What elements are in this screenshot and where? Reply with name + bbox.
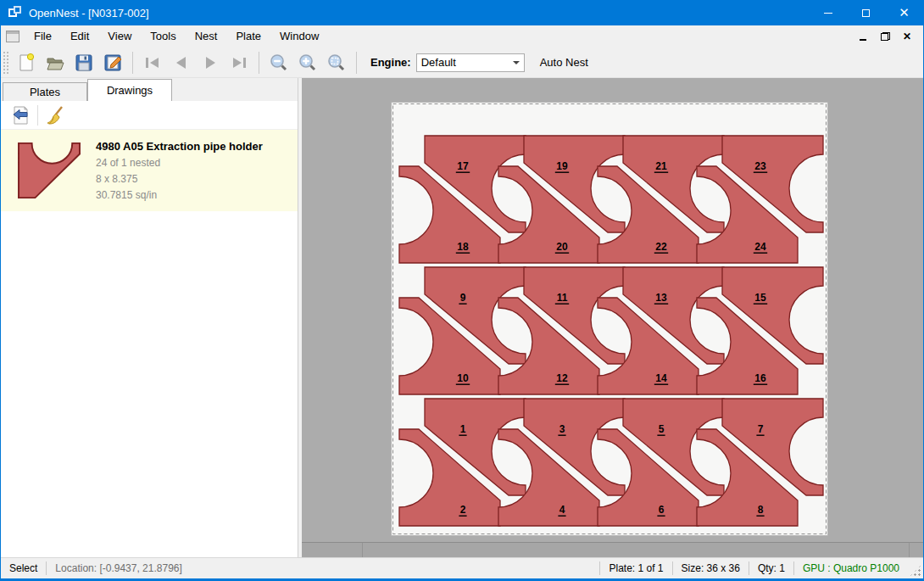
go-last-icon	[230, 53, 248, 72]
part-number: 21	[655, 160, 667, 172]
engine-selected-value: Default	[417, 56, 509, 69]
engine-select[interactable]: Default	[416, 53, 525, 72]
clean-icon	[45, 105, 65, 126]
part-number: 11	[557, 292, 568, 304]
menu-view[interactable]: View	[98, 25, 141, 47]
horizontal-scrollbar[interactable]	[302, 542, 923, 557]
zoom-in-button[interactable]	[295, 50, 320, 75]
title-bar: OpenNest - [N0317-002] ✕	[1, 0, 923, 25]
mdi-minimize-button[interactable]	[854, 28, 872, 45]
clean-button[interactable]	[42, 103, 68, 127]
part-number: 2	[460, 504, 466, 516]
mdi-document-icon	[6, 31, 19, 42]
drawings-panel: PlatesDrawings	[1, 78, 298, 557]
minimize-button[interactable]	[809, 0, 847, 25]
part-number: 18	[457, 241, 469, 253]
go-next-button[interactable]	[198, 50, 223, 75]
go-first-icon	[143, 53, 162, 72]
return-to-drawings-icon	[10, 105, 31, 126]
part-number: 6	[659, 504, 665, 516]
resize-grip[interactable]	[910, 565, 921, 577]
go-next-icon	[201, 53, 220, 72]
go-first-button[interactable]	[140, 50, 165, 75]
drawing-size: 8 x 8.375	[96, 173, 263, 185]
mdi-minimize-icon	[860, 39, 866, 41]
mdi-close-button[interactable]: ✕	[898, 28, 916, 45]
return-to-drawings-button[interactable]	[8, 103, 33, 127]
close-icon: ✕	[899, 5, 910, 20]
menu-tools[interactable]: Tools	[141, 25, 185, 47]
menu-plate[interactable]: Plate	[226, 25, 270, 47]
part-number: 14	[655, 372, 667, 384]
go-previous-button[interactable]	[169, 50, 194, 75]
status-gpu: GPU : Quadro P1000	[794, 561, 908, 575]
app-icon	[8, 6, 22, 20]
save-as-button[interactable]	[100, 50, 125, 75]
tab-drawings[interactable]: Drawings	[87, 79, 172, 101]
part-number: 1	[460, 423, 466, 435]
tab-plates[interactable]: Plates	[3, 82, 87, 101]
zoom-in-icon	[298, 53, 318, 73]
menu-file[interactable]: File	[25, 25, 61, 47]
drawing-thumbnail	[14, 140, 84, 201]
part-number: 8	[758, 504, 764, 516]
status-plate: Plate: 1 of 1	[600, 561, 671, 575]
part-number: 17	[457, 160, 469, 172]
zoom-out-icon	[269, 53, 289, 73]
part-number: 5	[659, 423, 665, 435]
engine-dropdown-button[interactable]	[509, 54, 524, 71]
part-number: 24	[754, 241, 766, 253]
part-number: 10	[457, 372, 469, 384]
part-number: 16	[754, 372, 766, 384]
status-bar: Select Location: [-0.9437, 21.8796] Plat…	[1, 557, 923, 578]
scrollbar-corner	[909, 543, 923, 557]
mdi-window-controls: ✕	[854, 25, 923, 47]
mdi-restore-button[interactable]	[876, 28, 894, 45]
nest-canvas[interactable]: 171921231820222491113151012141613572468	[302, 78, 923, 557]
part-number: 20	[556, 241, 568, 253]
part-number: 3	[559, 423, 565, 435]
part-number: 22	[655, 241, 667, 253]
part-number: 15	[754, 292, 766, 304]
open-button[interactable]	[42, 50, 68, 75]
mdi-close-icon: ✕	[903, 31, 911, 42]
menu-edit[interactable]: Edit	[61, 25, 98, 47]
app-window: OpenNest - [N0317-002] ✕ FileEditViewToo…	[0, 0, 924, 581]
close-button[interactable]: ✕	[885, 0, 923, 25]
save-icon	[75, 53, 93, 72]
part-number: 23	[754, 160, 766, 172]
panel-tabs: PlatesDrawings	[1, 78, 298, 101]
toolbar-grip[interactable]	[3, 52, 8, 74]
part-number: 19	[556, 160, 568, 172]
menu-window[interactable]: Window	[270, 25, 328, 47]
drawing-list-item[interactable]: 4980 A05 Extraction pipe holder 24 of 1 …	[1, 130, 298, 211]
drawing-nested-count: 24 of 1 nested	[96, 157, 263, 169]
drawings-toolbar	[1, 101, 298, 130]
part-number: 12	[556, 372, 568, 384]
part-number: 13	[655, 292, 667, 304]
status-mode: Select	[1, 561, 46, 575]
status-location: Location: [-0.9437, 21.8796]	[47, 561, 190, 575]
open-icon	[46, 53, 64, 72]
menu-nest[interactable]: Nest	[186, 25, 227, 47]
zoom-fit-button[interactable]	[324, 50, 349, 75]
drawing-title: 4980 A05 Extraction pipe holder	[96, 140, 263, 153]
go-last-button[interactable]	[226, 50, 252, 75]
drawing-area: 30.7815 sq/in	[96, 189, 263, 201]
plate[interactable]: 171921231820222491113151012141613572468	[391, 102, 828, 536]
save-as-icon	[103, 53, 122, 72]
zoom-out-button[interactable]	[266, 50, 292, 75]
go-previous-icon	[172, 53, 191, 72]
part-number: 7	[758, 423, 764, 435]
save-button[interactable]	[71, 50, 97, 75]
zoom-fit-icon	[326, 53, 347, 73]
chevron-down-icon	[513, 61, 520, 64]
engine-label: Engine:	[370, 56, 411, 69]
maximize-button[interactable]	[847, 0, 885, 25]
mdi-restore-icon	[881, 32, 890, 41]
main-toolbar: Engine: Default Auto Nest	[1, 47, 923, 78]
minimize-icon	[824, 13, 832, 14]
part-number: 9	[460, 292, 466, 304]
new-button[interactable]	[14, 50, 39, 75]
auto-nest-button[interactable]: Auto Nest	[535, 53, 593, 72]
